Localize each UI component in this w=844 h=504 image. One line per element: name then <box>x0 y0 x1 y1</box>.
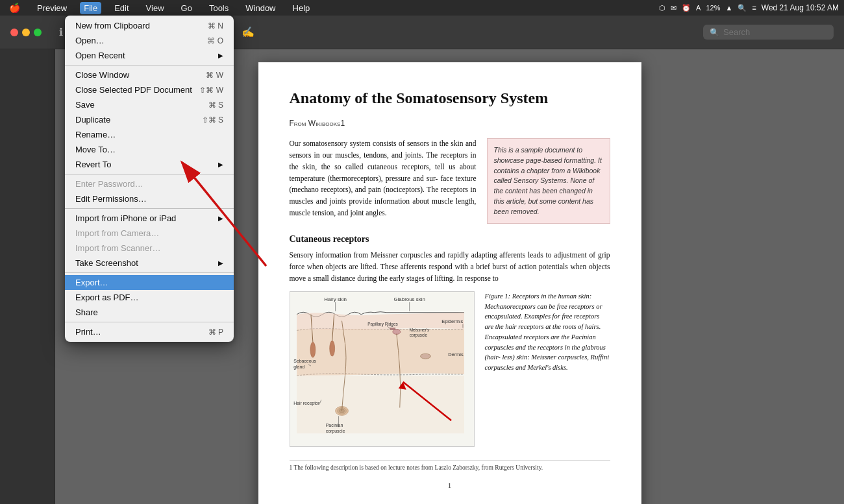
menu-open-recent[interactable]: Open Recent ▶ <box>65 48 234 63</box>
menu-open-recent-label: Open Recent <box>75 51 218 60</box>
menu-import-iphone[interactable]: Import from iPhone or iPad ▶ <box>65 211 234 226</box>
menu-open-label: Open… <box>75 36 207 45</box>
traffic-lights <box>10 29 42 36</box>
svg-text:corpuscle: corpuscle <box>325 429 345 434</box>
figure-image: Hairy skin Glabrous skin <box>290 291 475 447</box>
svg-point-7 <box>329 341 334 356</box>
menu-rename[interactable]: Rename… <box>65 127 234 142</box>
close-button[interactable] <box>10 29 18 36</box>
menubar-go[interactable]: Go <box>177 2 196 14</box>
menu-move-to[interactable]: Move To… <box>65 142 234 157</box>
menu-duplicate-shortcut: ⇧⌘ S <box>202 115 223 125</box>
pdf-sidebar-note: This is a sample document to showcase pa… <box>487 138 610 224</box>
menu-print-shortcut: ⌘ P <box>208 328 223 337</box>
svg-text:Hairy skin: Hairy skin <box>324 296 347 302</box>
sign-button[interactable]: ✍ <box>239 23 257 42</box>
menu-revert-to[interactable]: Revert To ▶ <box>65 157 234 172</box>
menubar-time: Wed 21 Aug 10:52 AM <box>762 3 839 12</box>
svg-text:Meissner's: Meissner's <box>409 328 429 332</box>
minimize-button[interactable] <box>22 29 30 36</box>
menu-close-window-shortcut: ⌘ W <box>206 71 223 80</box>
control-center-icon[interactable]: ≡ <box>752 4 756 12</box>
menu-edit-permissions[interactable]: Edit Permissions… <box>65 191 234 206</box>
menu-close-pdf[interactable]: Close Selected PDF Document ⇧⌘ W <box>65 82 234 97</box>
menu-save[interactable]: Save ⌘ S <box>65 97 234 112</box>
separator-3 <box>65 208 234 209</box>
apple-menu[interactable]: 🍎 <box>5 1 24 14</box>
svg-text:Dermis: Dermis <box>448 352 464 357</box>
file-menu-dropdown: New from Clipboard ⌘ N Open… ⌘ O Open Re… <box>65 16 234 342</box>
pdf-intro-section: Our somatosensory system consists of sen… <box>290 138 610 224</box>
menu-close-pdf-shortcut: ⇧⌘ W <box>199 86 223 95</box>
menubar-edit[interactable]: Edit <box>110 2 132 14</box>
menu-export-label: Export… <box>75 278 223 287</box>
menu-enter-password: Enter Password… <box>65 176 234 191</box>
separator-4 <box>65 272 234 273</box>
svg-text:Glabrous skin: Glabrous skin <box>393 296 425 302</box>
menu-revert-to-label: Revert To <box>75 160 218 169</box>
fullscreen-button[interactable] <box>34 29 42 36</box>
sidebar <box>0 49 55 504</box>
menu-save-label: Save <box>75 100 208 110</box>
menu-import-scanner-label: Import from Scanner… <box>75 243 223 253</box>
menubar-window[interactable]: Window <box>242 2 279 14</box>
svg-text:Hair receptor: Hair receptor <box>293 400 320 405</box>
menubar-right: ⬡ ✉ ⏰ A 12% ▲ 🔍 ≡ Wed 21 Aug 10:52 AM <box>659 3 839 12</box>
menubar-file[interactable]: File <box>80 2 101 14</box>
menu-revert-to-arrow: ▶ <box>218 161 223 168</box>
menu-move-to-label: Move To… <box>75 145 223 154</box>
separator-2 <box>65 174 234 174</box>
menubar-left: 🍎 Preview File Edit View Go Tools Window… <box>5 1 314 14</box>
separator-1 <box>65 65 234 66</box>
svg-rect-18 <box>390 328 395 330</box>
menu-import-iphone-label: Import from iPhone or iPad <box>75 213 218 223</box>
clock-icon: ⏰ <box>682 4 691 12</box>
figure-caption: Figure 1: Receptors in the human skin: M… <box>485 291 610 447</box>
figure-area: Hairy skin Glabrous skin <box>290 291 610 447</box>
section-heading-cutaneous: Cutaneous receptors <box>290 234 610 245</box>
menubar-view[interactable]: View <box>142 2 168 14</box>
search-input[interactable] <box>723 27 827 37</box>
menu-share[interactable]: Share <box>65 305 234 320</box>
pdf-footnote: 1 The following description is based on … <box>290 460 610 471</box>
menu-import-camera-label: Import from Camera… <box>75 228 223 238</box>
menu-close-pdf-label: Close Selected PDF Document <box>75 85 199 95</box>
menu-screenshot[interactable]: Take Screenshot ▶ <box>65 256 234 270</box>
menu-duplicate[interactable]: Duplicate ⇧⌘ S <box>65 112 234 127</box>
mail-icon: ✉ <box>671 4 676 12</box>
pdf-source: From Wikibooks1 <box>290 119 610 128</box>
search-menubar-icon[interactable]: 🔍 <box>738 4 747 12</box>
menu-open-shortcut: ⌘ O <box>207 36 223 45</box>
menu-open-recent-arrow: ▶ <box>218 52 223 59</box>
search-bar[interactable]: 🔍 <box>703 25 834 40</box>
search-icon: 🔍 <box>710 28 719 37</box>
menu-new-clipboard-label: New from Clipboard <box>75 21 208 30</box>
menu-new-clipboard[interactable]: New from Clipboard ⌘ N <box>65 18 234 33</box>
menu-close-window-label: Close Window <box>75 70 206 80</box>
menu-import-camera: Import from Camera… <box>65 226 234 241</box>
menu-import-iphone-arrow: ▶ <box>218 215 223 222</box>
bluetooth-icon: ⬡ <box>659 4 665 12</box>
svg-text:Epidermis: Epidermis <box>441 318 463 324</box>
menubar-tools[interactable]: Tools <box>205 2 232 14</box>
menu-export-pdf-label: Export as PDF… <box>75 293 223 302</box>
menu-export[interactable]: Export… <box>65 275 234 290</box>
menu-rename-label: Rename… <box>75 130 223 139</box>
menubar-preview[interactable]: Preview <box>33 2 71 14</box>
menu-share-label: Share <box>75 307 223 317</box>
menu-open[interactable]: Open… ⌘ O <box>65 33 234 48</box>
menubar: 🍎 Preview File Edit View Go Tools Window… <box>0 0 844 16</box>
text-icon: A <box>696 4 701 12</box>
menubar-help[interactable]: Help <box>289 2 314 14</box>
menu-export-pdf[interactable]: Export as PDF… <box>65 290 234 305</box>
menu-screenshot-arrow: ▶ <box>218 259 223 267</box>
menu-screenshot-label: Take Screenshot <box>75 258 218 268</box>
menu-print[interactable]: Print… ⌘ P <box>65 324 234 339</box>
menu-close-window[interactable]: Close Window ⌘ W <box>65 67 234 82</box>
separator-5 <box>65 322 234 322</box>
svg-text:corpuscle: corpuscle <box>409 333 427 338</box>
battery-level: 12% <box>706 4 720 12</box>
page-number: 1 <box>290 481 610 489</box>
svg-text:Sebaceous: Sebaceous <box>293 359 316 363</box>
menu-edit-permissions-label: Edit Permissions… <box>75 194 223 204</box>
